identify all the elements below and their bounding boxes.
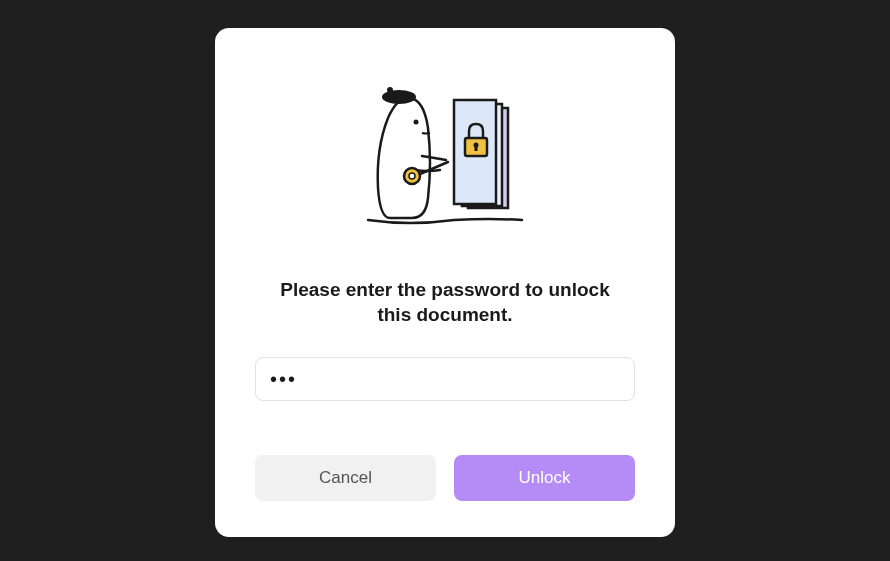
svg-point-3 (382, 90, 416, 104)
unlock-button[interactable]: Unlock (454, 455, 635, 501)
character-unlock-document-icon (345, 68, 545, 248)
svg-point-4 (387, 87, 393, 93)
prompt-text: Please enter the password to unlock this… (255, 278, 635, 327)
password-input[interactable] (255, 357, 635, 401)
button-row: Cancel Unlock (255, 455, 635, 501)
svg-point-7 (409, 173, 415, 179)
unlock-document-modal: Please enter the password to unlock this… (215, 28, 675, 537)
svg-rect-2 (475, 146, 478, 151)
cancel-button[interactable]: Cancel (255, 455, 436, 501)
svg-point-5 (414, 120, 419, 125)
